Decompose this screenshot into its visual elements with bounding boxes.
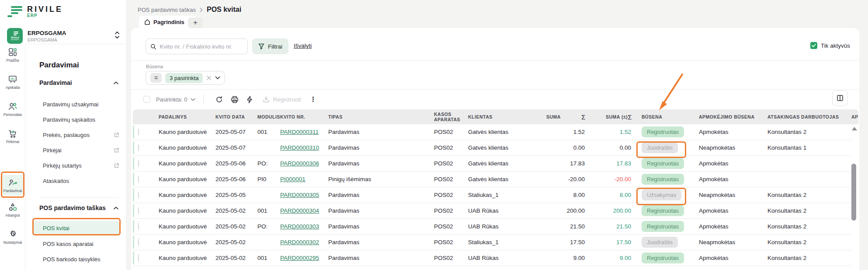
receipt-link[interactable]: PARD0000304	[280, 207, 319, 214]
row-checkbox[interactable]	[138, 192, 139, 198]
chevron-down-icon[interactable]	[215, 76, 220, 80]
col-apmok-clipped[interactable]: APMOK	[845, 114, 858, 119]
rail-item-apskaita[interactable]: Apskaita	[0, 74, 25, 90]
sidebar-item[interactable]: POS barkodo taisyklės	[25, 252, 126, 267]
print-button[interactable]	[231, 96, 239, 103]
sum-icon[interactable]: Σ	[628, 113, 632, 121]
status-badge: Registruotas	[642, 252, 684, 263]
rail-item-personalas[interactable]: Personalas	[0, 102, 25, 117]
rail-item-pradzia[interactable]: Pradžia	[0, 47, 25, 63]
col-padalinys[interactable]: PADALINYS	[152, 114, 209, 119]
table-row[interactable]: Kauno parduotuvė 2025-05-06 PO: PARD0000…	[133, 156, 851, 172]
col-kasos-aparatas[interactable]: KASOS APARATAS	[427, 112, 462, 122]
filter-button[interactable]: Filtrai	[252, 39, 288, 54]
sidebar-item[interactable]: Pirkėjų sutartys	[25, 158, 126, 173]
sidebar-item[interactable]: Pardavimų sąskaitos	[25, 112, 126, 127]
workspace-switcher[interactable]: RIVILE ERPOSGAMA ERPOSGAMA	[7, 28, 120, 44]
table-row[interactable]: Kauno parduotuvė 2025-05-07 PARD0000310 …	[133, 140, 851, 156]
cell-padalinys: Kauno parduotuvė	[152, 255, 209, 261]
table-row[interactable]: Kauno parduotuvė 2025-05-07 001 PARD0000…	[133, 124, 851, 140]
col-klientas[interactable]: KLIENTAS	[462, 114, 531, 119]
more-options-icon[interactable]: ⋮	[310, 95, 316, 103]
receipt-link[interactable]: PARD0000311	[280, 129, 319, 135]
receipt-link[interactable]: PARD0000306	[280, 160, 319, 167]
receipt-link[interactable]: PARD0000295	[280, 255, 319, 261]
actions-button[interactable]	[247, 96, 253, 103]
scrollbar-up-arrow[interactable]	[852, 127, 857, 130]
cell-apmokejimo-busena: Apmokėtas	[692, 223, 761, 230]
sidebar-item[interactable]: POS kasos aparatai	[25, 236, 126, 252]
col-apmokejimo-busena[interactable]: APMOKĖJIMO BŪSENA	[692, 114, 761, 119]
workspace-expand-icon[interactable]	[115, 31, 120, 41]
section-pos-pardavimo-taskas[interactable]: POS pardavimo taškas	[39, 204, 118, 211]
search-input[interactable]	[160, 43, 243, 50]
col-suma-pm[interactable]: SUMA (±) Σ	[591, 113, 637, 121]
row-checkbox[interactable]	[138, 129, 139, 135]
clear-filters-link[interactable]: Išvalyti	[294, 42, 312, 49]
selected-count-chip[interactable]: 3 pasirinkta	[165, 73, 203, 83]
sidebar-item[interactable]: POS kvitai	[33, 221, 120, 235]
active-only-checkbox[interactable]	[810, 42, 817, 49]
col-kvito-nr[interactable]: KVITO NR.	[274, 114, 322, 119]
breadcrumb-parent[interactable]: POS pardavimo taškas	[138, 7, 196, 13]
section-pardavimai[interactable]: Pardavimai	[39, 79, 118, 86]
selected-count[interactable]: Pasirinkta: 0	[156, 96, 195, 103]
row-checkbox[interactable]	[138, 176, 139, 182]
cell-apmokejimo-busena: Apmokėtas	[692, 176, 761, 182]
cell-klientas: Gatvės klientas	[462, 160, 531, 167]
sales-icon	[8, 178, 17, 187]
receipt-link[interactable]: PARD0000310	[280, 144, 319, 151]
register-button[interactable]: Registruoti	[263, 96, 302, 103]
col-suma[interactable]: SUMA Σ	[531, 113, 591, 121]
cell-tipas: Pardavimas	[322, 129, 427, 135]
col-atsakingas[interactable]: ATSAKINGAS DARBUOTOJAS	[761, 114, 845, 119]
receipt-link[interactable]: PARD0000302	[280, 239, 319, 245]
row-checkbox[interactable]	[138, 144, 139, 151]
cell-suma: 21.50	[531, 223, 591, 230]
cell-apmokejimo-busena: Apmokėtas	[692, 255, 761, 261]
app-logo[interactable]: RIVILE ERP	[7, 5, 63, 18]
search-box[interactable]	[146, 39, 248, 54]
row-checkbox[interactable]	[138, 239, 139, 245]
table-row[interactable]: Kauno parduotuvė 2025-05-06 PI0 PI000001…	[133, 172, 851, 187]
sidebar-item[interactable]: Pirkėjai	[25, 143, 126, 158]
filter-operator[interactable]: =	[150, 73, 162, 83]
columns-icon	[837, 95, 844, 102]
table-row[interactable]: Kauno parduotuvė 2025-05-02 PO: PARD0000…	[133, 219, 851, 235]
vertical-scrollbar[interactable]	[851, 164, 856, 221]
col-kvito-data[interactable]: KVITO DATA	[209, 114, 251, 119]
select-all-checkbox[interactable]	[143, 96, 150, 103]
sidebar-item[interactable]: Ataskaitos	[25, 173, 126, 189]
column-settings-button[interactable]	[832, 90, 848, 106]
col-modulis[interactable]: MODULIS	[251, 114, 274, 119]
receipt-link[interactable]: PARD0000305	[280, 192, 319, 198]
col-busena[interactable]: BŪSENA	[637, 114, 692, 119]
rail-item-pardavimai[interactable]: Pardavimai	[2, 175, 24, 196]
row-checkbox[interactable]	[138, 160, 139, 167]
svg-text:RIVILE: RIVILE	[11, 36, 19, 39]
sidebar-item[interactable]: Pardavimų užsakymai	[25, 97, 126, 112]
active-only-toggle[interactable]: Tik aktyvūs	[810, 42, 850, 49]
row-checkbox[interactable]	[138, 207, 139, 214]
table-row[interactable]: Kauno parduotuvė 2025-05-02 PARD0000302 …	[133, 235, 851, 250]
row-checkbox[interactable]	[138, 255, 139, 261]
rail-item-atsargos[interactable]: Atsargos	[0, 202, 25, 217]
add-tab-button[interactable]: +	[188, 18, 203, 28]
receipt-link[interactable]: PI000001	[280, 176, 306, 182]
status-badge: Registruotas	[642, 158, 684, 169]
rail-item-nustatymai[interactable]: Nustatymai	[0, 229, 25, 245]
row-checkbox[interactable]	[138, 223, 139, 230]
sidebar-item[interactable]: Prekės, paslaugos	[25, 127, 126, 143]
col-tipas[interactable]: TIPAS	[322, 114, 427, 119]
table-row[interactable]: Kauno parduotuvė 2025-05-02 001 PARD0000…	[133, 203, 851, 219]
clear-chip-icon[interactable]	[206, 75, 212, 81]
table-row[interactable]: Kauno parduotuvė 2025-05-02 001 PARD0000…	[133, 250, 851, 266]
receipt-link[interactable]: PARD0000303	[280, 223, 319, 230]
busena-filter-control[interactable]: = 3 pasirinkta	[146, 71, 225, 85]
rail-item-pirkimai[interactable]: Pirkimai	[0, 129, 25, 144]
table-row[interactable]: Kauno parduotuvė 2025-05-05 PARD0000305 …	[133, 187, 851, 203]
breadcrumb: POS pardavimo taškas POS kvitai	[138, 4, 241, 15]
table-body: Kauno parduotuvė 2025-05-07 001 PARD0000…	[133, 124, 851, 270]
sum-icon[interactable]: Σ	[581, 113, 586, 121]
refresh-button[interactable]	[215, 96, 223, 103]
